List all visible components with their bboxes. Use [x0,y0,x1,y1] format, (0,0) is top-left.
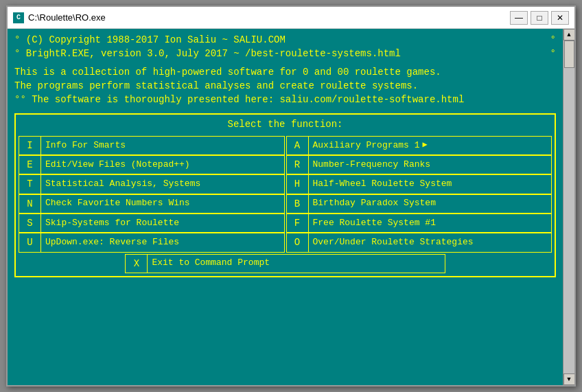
scroll-up-button[interactable]: ▲ [563,29,575,41]
scroll-track [563,41,574,373]
menu-label-T: Statistical Analysis, Systems [41,175,284,193]
header-line1-left: ° (C) Copyright 1988-2017 Ion Saliu ~ SA… [14,33,286,47]
main-window: C C:\Roulette\RO.exe — □ ✕ ° (C) Copyrig… [6,5,576,387]
window-title: C:\Roulette\RO.exe [28,12,506,23]
console-area: ° (C) Copyright 1988-2017 Ion Saliu ~ SA… [8,29,574,385]
menu-key-N: N [19,195,41,213]
desc-line1: This is a collection of high-powered sof… [14,65,556,79]
close-button[interactable]: ✕ [551,11,569,25]
menu-item-B[interactable]: B Birthday Paradox System [286,194,552,214]
menu-label-S: Skip-Systems for Roulette [41,214,284,232]
menu-item-S[interactable]: S Skip-Systems for Roulette [19,214,285,233]
menu-item-X[interactable]: X Exit to Command Prompt [125,254,445,273]
menu-grid: I Info For Smarts E Edit/View Files (Not… [19,136,552,253]
menu-label-B: Birthday Paradox System [309,195,552,213]
menu-key-I: I [19,137,41,154]
menu-key-X: X [126,255,148,273]
menu-key-U: U [19,233,41,251]
header-line-2: ° BrightR.EXE, version 3.0, July 2017 ~ … [14,47,556,60]
menu-key-H: H [287,175,309,193]
title-bar: C C:\Roulette\RO.exe — □ ✕ [8,7,574,29]
header-line1-right: ° [550,33,556,47]
menu-title: Select the function: [19,117,552,131]
menu-left-col: I Info For Smarts E Edit/View Files (Not… [19,136,285,253]
menu-item-E[interactable]: E Edit/View Files (Notepad++) [19,155,285,174]
window-controls: — □ ✕ [510,11,569,25]
menu-key-T: T [19,175,41,193]
menu-right-col: A Auxiliary Programs 1 ▶ R Number-Freque… [286,136,552,253]
menu-item-A[interactable]: A Auxiliary Programs 1 ▶ [286,136,552,155]
minimize-button[interactable]: — [510,11,528,25]
menu-label-E: Edit/View Files (Notepad++) [41,156,284,174]
menu-item-U[interactable]: U UpDown.exe: Reverse Files [19,233,285,252]
arrow-icon: ▶ [423,139,428,151]
scrollbar[interactable]: ▲ ▼ [563,29,574,385]
menu-label-X: Exit to Command Prompt [148,255,444,273]
menu-item-O[interactable]: O Over/Under Roulette Strategies [286,233,552,252]
menu-item-F[interactable]: F Free Roulette System #1 [286,214,552,233]
menu-label-N: Check Favorite Numbers Wins [41,195,284,213]
console-content: ° (C) Copyright 1988-2017 Ion Saliu ~ SA… [8,29,563,385]
menu-label-R: Number-Frequency Ranks [309,156,552,174]
scroll-down-button[interactable]: ▼ [563,373,575,385]
menu-key-S: S [19,214,41,232]
menu-key-R: R [287,156,309,174]
header-line2-left: ° BrightR.EXE, version 3.0, July 2017 ~ … [14,47,401,60]
menu-label-H: Half-Wheel Roulette System [309,175,552,193]
menu-label-F: Free Roulette System #1 [309,214,552,232]
header-line2-right: ° [550,47,556,60]
header-section: ° (C) Copyright 1988-2017 Ion Saliu ~ SA… [14,33,556,61]
menu-label-O: Over/Under Roulette Strategies [309,233,552,251]
menu-label-A: Auxiliary Programs 1 ▶ [309,137,552,154]
window-icon: C [13,12,24,23]
header-line-1: ° (C) Copyright 1988-2017 Ion Saliu ~ SA… [14,33,556,47]
maximize-button[interactable]: □ [531,11,548,25]
menu-key-B: B [287,195,309,213]
menu-item-I[interactable]: I Info For Smarts [19,136,285,155]
desc-line3: °° The software is thoroughly presented … [14,93,556,106]
menu-item-T[interactable]: T Statistical Analysis, Systems [19,174,285,194]
desc-line2: The programs perform statistical analyse… [14,79,556,93]
menu-item-H[interactable]: H Half-Wheel Roulette System [286,174,552,194]
menu-box: Select the function: I Info For Smarts E… [14,113,556,277]
menu-key-F: F [287,214,309,232]
menu-key-A: A [287,137,309,154]
description-section: This is a collection of high-powered sof… [14,65,556,107]
scroll-thumb[interactable] [564,41,574,68]
menu-label-I: Info For Smarts [41,137,284,154]
menu-key-O: O [287,233,309,251]
menu-key-E: E [19,156,41,174]
menu-item-R[interactable]: R Number-Frequency Ranks [286,155,552,174]
menu-item-N[interactable]: N Check Favorite Numbers Wins [19,194,285,214]
menu-label-U: UpDown.exe: Reverse Files [41,233,284,251]
